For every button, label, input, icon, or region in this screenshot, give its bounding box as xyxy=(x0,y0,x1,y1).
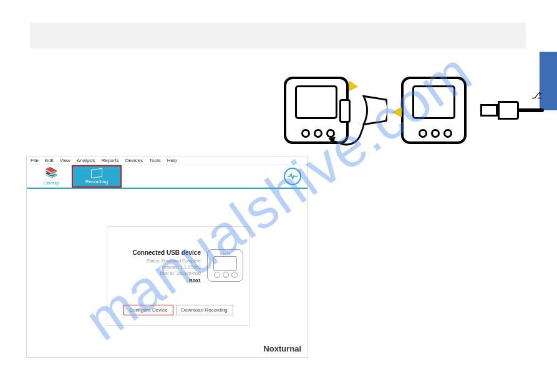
header-banner xyxy=(30,22,526,49)
configure-device-button[interactable]: Configure Device xyxy=(124,305,173,315)
menu-bar: File Edit View Analysis Reports Devices … xyxy=(27,156,308,165)
connected-device-card: Connected USB device Status: Download Co… xyxy=(107,226,250,326)
menu-edit[interactable]: Edit xyxy=(45,158,54,163)
library-icon: 📚 xyxy=(45,168,57,178)
device-usb-plug-illustration xyxy=(401,77,466,144)
device-illustration: ⎇ xyxy=(284,70,533,151)
usb-symbol-icon: ⎇ xyxy=(531,90,541,100)
pulse-icon[interactable] xyxy=(284,168,301,185)
menu-analysis[interactable]: Analysis xyxy=(77,158,95,163)
menu-reports[interactable]: Reports xyxy=(102,158,119,163)
card-title: Connected USB device xyxy=(115,249,201,256)
usb-cable-illustration: ⎇ xyxy=(480,98,533,123)
device-thumbnail-icon: Nox T3 xyxy=(207,249,243,282)
tab-bar: 📚 Library Recording xyxy=(27,165,308,189)
menu-devices[interactable]: Devices xyxy=(125,158,143,163)
card-line3: Disk ID: 2803854n30 xyxy=(115,270,201,277)
device-open-door-illustration xyxy=(284,77,349,144)
menu-view[interactable]: View xyxy=(60,158,70,163)
tab-recording-label: Recording xyxy=(85,179,108,184)
page-side-tab xyxy=(540,52,557,110)
device-thumbnail-label: Nox T3 xyxy=(220,252,230,256)
arrow-insert-icon xyxy=(393,107,402,117)
menu-tools[interactable]: Tools xyxy=(149,158,161,163)
tab-recording[interactable]: Recording xyxy=(72,165,122,188)
menu-help[interactable]: Help xyxy=(167,158,177,163)
recording-icon xyxy=(91,168,102,178)
menu-file[interactable]: File xyxy=(31,158,39,163)
cable-opening-icon xyxy=(362,94,387,127)
download-recording-button[interactable]: Download Recording xyxy=(176,305,233,315)
card-line4: B001 xyxy=(115,278,201,284)
tab-library-label: Library xyxy=(44,180,59,186)
card-line1: Status: Download Complete xyxy=(115,258,201,264)
card-line2: Firmware: 1.1.2.5862 xyxy=(115,264,201,270)
tab-library[interactable]: 📚 Library xyxy=(31,165,72,188)
app-window: File Edit View Analysis Reports Devices … xyxy=(26,156,308,358)
brand-label: Noxturnal xyxy=(263,344,301,353)
